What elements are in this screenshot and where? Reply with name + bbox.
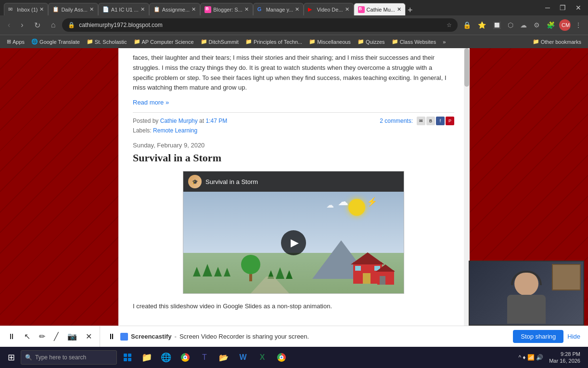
taskbar-chrome[interactable] [177,349,194,366]
extension-icon-6[interactable]: ⚙ [531,20,542,30]
address-bar[interactable]: 🔒 cathiemurphy1972.blogspot.com ☆ [62,18,458,32]
star-icon[interactable]: ☆ [447,22,452,28]
screencastify-icon [120,333,128,341]
video-embed[interactable]: 🎓 Survival in a Storm ⚡ [183,171,404,294]
email-share-icon[interactable]: ✉ [417,117,425,125]
taskbar-search-box[interactable]: 🔍 Type here to search [21,350,117,365]
bookmark-misc[interactable]: 📁 Miscellaneous [306,38,354,46]
tray-icons: ^ ♦ 📶 🔊 [518,354,543,361]
bookmark-class-websites[interactable]: 📁 Class Websites [389,38,439,46]
stop-sharing-button[interactable]: Stop sharing [513,330,563,343]
labels-label: Labels: [133,127,152,134]
tab-close-cathie[interactable]: ✕ [397,6,401,13]
scrollbar-thumb[interactable] [464,48,469,87]
tab-video[interactable]: ▶ Video De... ✕ [304,3,353,15]
comments-link[interactable]: 2 comments: [380,118,413,124]
pause-annotation-button[interactable]: ⏸ [4,330,19,343]
play-icon: ▶ [291,237,299,249]
extension-icon-7[interactable]: 🧩 [544,20,557,30]
new-tab-button[interactable]: + [406,5,415,15]
extension-icon-2[interactable]: ⭐ [475,20,488,30]
pencil-tool-button[interactable]: ╱ [50,330,63,343]
read-more-link[interactable]: Read more » [133,99,169,106]
bookmark-quizzes[interactable]: 📁 Quizzes [355,38,388,46]
tab-favicon-manage: G [257,6,264,13]
tab-close-assignments[interactable]: ✕ [192,6,196,13]
forward-button[interactable]: › [17,19,27,31]
reload-button[interactable]: ↻ [30,19,44,32]
tab-daily[interactable]: 📋 Daily Ass... ✕ [48,3,98,15]
video-thumbnail[interactable]: 🎓 Survival in a Storm ⚡ [183,171,404,294]
bookmark-other[interactable]: 📁 Other bookmarks [530,38,584,46]
facebook-share-icon[interactable]: f [436,117,445,125]
bookmark-principles[interactable]: 📁 Principles of Techn... [243,38,305,46]
post1-meta-row: Posted by Cathie Murphy at 1:47 PM 2 com… [133,117,454,125]
tab-close-blogger[interactable]: ✕ [244,6,249,13]
bookmark-apps[interactable]: ⊞ Apps [4,38,27,46]
bookmark-translate[interactable]: 🌐 Google Translate [28,38,83,46]
bookmark-label-misc: Miscellaneous [317,39,351,45]
tab-favicon-cathie: B [358,6,365,13]
cursor-tool-button[interactable]: ↖ [20,330,34,343]
tab-favicon-blogger: B [205,6,211,13]
tab-a1ic[interactable]: 📄 A1 IC U1 ... ✕ [98,3,149,15]
extension-icon-4[interactable]: ⬡ [505,20,516,30]
folder-icon-other: 📁 [533,39,539,45]
notification-logo: Screencastify - Screen Video Recorder is… [120,333,309,341]
post-time[interactable]: 1:47 PM [205,118,227,124]
label-remote-learning[interactable]: Remote Learning [153,127,197,134]
taskbar-task-view[interactable] [119,349,136,366]
extension-icon-3[interactable]: 🔲 [490,20,503,30]
author-link[interactable]: Cathie Murphy [160,118,198,124]
bookmark-ditch[interactable]: 📁 DitchSummit [198,38,242,46]
tab-manage[interactable]: G Manage y... ✕ [253,3,304,15]
window-controls: ─ ❐ ✕ [542,3,584,13]
play-button[interactable]: ▶ [281,230,306,255]
tab-close-manage[interactable]: ✕ [295,6,299,13]
restore-button[interactable]: ❐ [557,3,569,13]
tab-blogger[interactable]: B Blogger: S... ✕ [200,3,253,15]
profile-button[interactable]: CM [559,19,571,31]
menu-button[interactable]: ⋮ [573,20,584,30]
tab-cathie[interactable]: B Cathie Mu... ✕ [354,3,406,15]
tab-label-gmail: Inbox (1) [17,7,38,13]
bookmark-label-principles: Principles of Techn... [254,39,302,45]
time-display: 9:28 PM [549,351,580,357]
pen-tool-button[interactable]: ✏ [35,330,49,343]
taskbar-edge[interactable]: 🌐 [157,349,175,366]
bookmark-more[interactable]: » [440,38,448,46]
taskbar-teams[interactable]: T [196,349,213,366]
tab-bar: ✉ Inbox (1) ✕ 📋 Daily Ass... ✕ 📄 A1 IC U… [4,0,538,15]
close-button[interactable]: ✕ [573,3,584,13]
close-annotation-button[interactable]: ✕ [82,330,96,343]
taskbar-downloads[interactable]: 📂 [215,349,232,366]
folder-icon-principles: 📁 [245,39,252,45]
tab-assignments[interactable]: 📋 Assignme... ✕ [149,3,200,15]
pinterest-share-icon[interactable]: P [446,117,454,125]
bookmark-scholastic[interactable]: 📁 St. Scholastic [84,38,130,46]
bookmark-label-quizzes: Quizzes [366,39,385,45]
tab-close-gmail[interactable]: ✕ [39,6,44,13]
taskbar-file-explorer[interactable]: 📁 [138,349,155,366]
minimize-button[interactable]: ─ [542,3,553,13]
hide-button[interactable]: Hide [567,333,580,340]
post1-labels: Labels: Remote Learning [133,127,454,134]
camera-tool-button[interactable]: 📷 [64,330,81,343]
round-tree-decoration [241,255,260,281]
bookmark-cs[interactable]: 📁 AP Computer Science [131,38,197,46]
blog-share-icon[interactable]: B [426,117,435,125]
home-button[interactable]: ⌂ [47,19,60,31]
folder-icon-cs: 📁 [134,39,141,45]
tab-close-video[interactable]: ✕ [345,6,349,13]
tab-gmail[interactable]: ✉ Inbox (1) ✕ [4,3,48,15]
taskbar-excel[interactable]: X [254,349,271,366]
start-button[interactable]: ⊞ [4,350,19,365]
post2-title[interactable]: Survival in a Storm [133,152,454,164]
extension-icon-1[interactable]: 🔒 [460,20,473,30]
taskbar-word[interactable]: W [234,349,252,366]
taskbar-chrome2[interactable] [273,349,290,366]
extension-icon-5[interactable]: ☁ [518,20,529,30]
back-button[interactable]: ‹ [4,19,14,31]
tab-close-a1ic[interactable]: ✕ [141,6,145,13]
tab-close-daily[interactable]: ✕ [89,6,94,13]
